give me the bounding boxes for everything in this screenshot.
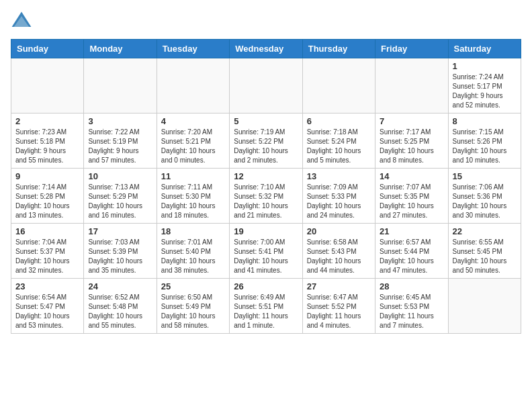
weekday-header-friday: Friday (375, 40, 448, 58)
day-number: 20 (307, 226, 371, 236)
calendar-cell: 10Sunrise: 7:13 AM Sunset: 5:29 PM Dayli… (84, 169, 157, 224)
day-info: Sunrise: 7:24 AM Sunset: 5:17 PM Dayligh… (453, 73, 517, 110)
day-info: Sunrise: 7:07 AM Sunset: 5:35 PM Dayligh… (380, 183, 443, 220)
calendar-cell (448, 279, 521, 334)
day-number: 21 (380, 226, 443, 236)
weekday-header-wednesday: Wednesday (230, 40, 302, 58)
day-info: Sunrise: 7:23 AM Sunset: 5:18 PM Dayligh… (15, 128, 79, 165)
calendar-cell (157, 58, 229, 113)
calendar-cell: 5Sunrise: 7:19 AM Sunset: 5:22 PM Daylig… (230, 113, 302, 169)
day-number: 11 (161, 171, 225, 181)
day-number: 17 (88, 226, 152, 236)
day-info: Sunrise: 7:17 AM Sunset: 5:25 PM Dayligh… (380, 128, 443, 165)
day-number: 5 (234, 116, 298, 126)
calendar-cell: 22Sunrise: 6:55 AM Sunset: 5:45 PM Dayli… (448, 224, 521, 279)
calendar-cell: 13Sunrise: 7:09 AM Sunset: 5:33 PM Dayli… (302, 169, 375, 224)
day-info: Sunrise: 6:49 AM Sunset: 5:51 PM Dayligh… (234, 293, 298, 330)
calendar-cell: 16Sunrise: 7:04 AM Sunset: 5:37 PM Dayli… (11, 224, 84, 279)
calendar-cell (375, 58, 448, 113)
day-info: Sunrise: 6:52 AM Sunset: 5:48 PM Dayligh… (88, 293, 152, 330)
day-number: 7 (380, 116, 443, 126)
logo-icon (11, 11, 32, 32)
calendar-cell: 19Sunrise: 7:00 AM Sunset: 5:41 PM Dayli… (230, 224, 302, 279)
calendar-cell: 12Sunrise: 7:10 AM Sunset: 5:32 PM Dayli… (230, 169, 302, 224)
day-info: Sunrise: 7:18 AM Sunset: 5:24 PM Dayligh… (307, 128, 371, 165)
day-info: Sunrise: 7:19 AM Sunset: 5:22 PM Dayligh… (234, 128, 298, 165)
day-info: Sunrise: 7:06 AM Sunset: 5:36 PM Dayligh… (453, 183, 517, 220)
calendar-week-row: 9Sunrise: 7:14 AM Sunset: 5:28 PM Daylig… (11, 169, 521, 224)
day-info: Sunrise: 7:20 AM Sunset: 5:21 PM Dayligh… (161, 128, 225, 165)
calendar-week-row: 16Sunrise: 7:04 AM Sunset: 5:37 PM Dayli… (11, 224, 521, 279)
day-number: 2 (15, 116, 79, 126)
weekday-header-sunday: Sunday (11, 40, 84, 58)
day-number: 28 (380, 281, 443, 291)
day-info: Sunrise: 6:47 AM Sunset: 5:52 PM Dayligh… (307, 293, 371, 330)
logo (11, 11, 35, 32)
calendar-cell: 23Sunrise: 6:54 AM Sunset: 5:47 PM Dayli… (11, 279, 84, 334)
page-header (11, 11, 521, 32)
day-number: 9 (15, 171, 79, 181)
day-info: Sunrise: 7:04 AM Sunset: 5:37 PM Dayligh… (15, 238, 79, 275)
day-number: 25 (161, 281, 225, 291)
calendar-week-row: 1Sunrise: 7:24 AM Sunset: 5:17 PM Daylig… (11, 58, 521, 113)
weekday-header-monday: Monday (84, 40, 157, 58)
calendar-cell: 1Sunrise: 7:24 AM Sunset: 5:17 PM Daylig… (448, 58, 521, 113)
calendar-cell: 2Sunrise: 7:23 AM Sunset: 5:18 PM Daylig… (11, 113, 84, 169)
day-info: Sunrise: 7:22 AM Sunset: 5:19 PM Dayligh… (88, 128, 152, 165)
calendar-cell: 27Sunrise: 6:47 AM Sunset: 5:52 PM Dayli… (302, 279, 375, 334)
day-number: 4 (161, 116, 225, 126)
day-number: 26 (234, 281, 298, 291)
day-info: Sunrise: 6:57 AM Sunset: 5:44 PM Dayligh… (380, 238, 443, 275)
day-number: 27 (307, 281, 371, 291)
day-info: Sunrise: 7:14 AM Sunset: 5:28 PM Dayligh… (15, 183, 79, 220)
day-info: Sunrise: 7:11 AM Sunset: 5:30 PM Dayligh… (161, 183, 225, 220)
calendar-cell: 11Sunrise: 7:11 AM Sunset: 5:30 PM Dayli… (157, 169, 229, 224)
calendar-cell: 25Sunrise: 6:50 AM Sunset: 5:49 PM Dayli… (157, 279, 229, 334)
day-info: Sunrise: 6:45 AM Sunset: 5:53 PM Dayligh… (380, 293, 443, 330)
calendar-cell: 15Sunrise: 7:06 AM Sunset: 5:36 PM Dayli… (448, 169, 521, 224)
day-number: 18 (161, 226, 225, 236)
day-info: Sunrise: 7:15 AM Sunset: 5:26 PM Dayligh… (453, 128, 517, 165)
day-number: 1 (453, 61, 517, 71)
calendar-cell: 6Sunrise: 7:18 AM Sunset: 5:24 PM Daylig… (302, 113, 375, 169)
calendar-cell: 24Sunrise: 6:52 AM Sunset: 5:48 PM Dayli… (84, 279, 157, 334)
day-number: 10 (88, 171, 152, 181)
day-number: 14 (380, 171, 443, 181)
day-number: 8 (453, 116, 517, 126)
day-number: 12 (234, 171, 298, 181)
day-info: Sunrise: 7:13 AM Sunset: 5:29 PM Dayligh… (88, 183, 152, 220)
day-number: 13 (307, 171, 371, 181)
calendar-cell (230, 58, 302, 113)
calendar-cell (84, 58, 157, 113)
calendar-week-row: 23Sunrise: 6:54 AM Sunset: 5:47 PM Dayli… (11, 279, 521, 334)
day-number: 19 (234, 226, 298, 236)
calendar-table: SundayMondayTuesdayWednesdayThursdayFrid… (11, 39, 521, 334)
calendar-cell (11, 58, 84, 113)
day-info: Sunrise: 6:54 AM Sunset: 5:47 PM Dayligh… (15, 293, 79, 330)
day-number: 24 (88, 281, 152, 291)
calendar-cell: 17Sunrise: 7:03 AM Sunset: 5:39 PM Dayli… (84, 224, 157, 279)
calendar-cell: 14Sunrise: 7:07 AM Sunset: 5:35 PM Dayli… (375, 169, 448, 224)
day-number: 23 (15, 281, 79, 291)
calendar-cell: 20Sunrise: 6:58 AM Sunset: 5:43 PM Dayli… (302, 224, 375, 279)
day-number: 15 (453, 171, 517, 181)
day-info: Sunrise: 7:09 AM Sunset: 5:33 PM Dayligh… (307, 183, 371, 220)
day-info: Sunrise: 7:03 AM Sunset: 5:39 PM Dayligh… (88, 238, 152, 275)
day-info: Sunrise: 7:10 AM Sunset: 5:32 PM Dayligh… (234, 183, 298, 220)
calendar-cell: 18Sunrise: 7:01 AM Sunset: 5:40 PM Dayli… (157, 224, 229, 279)
calendar-cell (302, 58, 375, 113)
calendar-week-row: 2Sunrise: 7:23 AM Sunset: 5:18 PM Daylig… (11, 113, 521, 169)
calendar-cell: 9Sunrise: 7:14 AM Sunset: 5:28 PM Daylig… (11, 169, 84, 224)
day-info: Sunrise: 7:00 AM Sunset: 5:41 PM Dayligh… (234, 238, 298, 275)
calendar-cell: 26Sunrise: 6:49 AM Sunset: 5:51 PM Dayli… (230, 279, 302, 334)
calendar-cell: 4Sunrise: 7:20 AM Sunset: 5:21 PM Daylig… (157, 113, 229, 169)
calendar-cell: 3Sunrise: 7:22 AM Sunset: 5:19 PM Daylig… (84, 113, 157, 169)
day-number: 22 (453, 226, 517, 236)
calendar-cell: 28Sunrise: 6:45 AM Sunset: 5:53 PM Dayli… (375, 279, 448, 334)
calendar-cell: 7Sunrise: 7:17 AM Sunset: 5:25 PM Daylig… (375, 113, 448, 169)
weekday-header-saturday: Saturday (448, 40, 521, 58)
day-info: Sunrise: 6:58 AM Sunset: 5:43 PM Dayligh… (307, 238, 371, 275)
calendar-header-row: SundayMondayTuesdayWednesdayThursdayFrid… (11, 40, 521, 58)
day-info: Sunrise: 7:01 AM Sunset: 5:40 PM Dayligh… (161, 238, 225, 275)
weekday-header-tuesday: Tuesday (157, 40, 229, 58)
